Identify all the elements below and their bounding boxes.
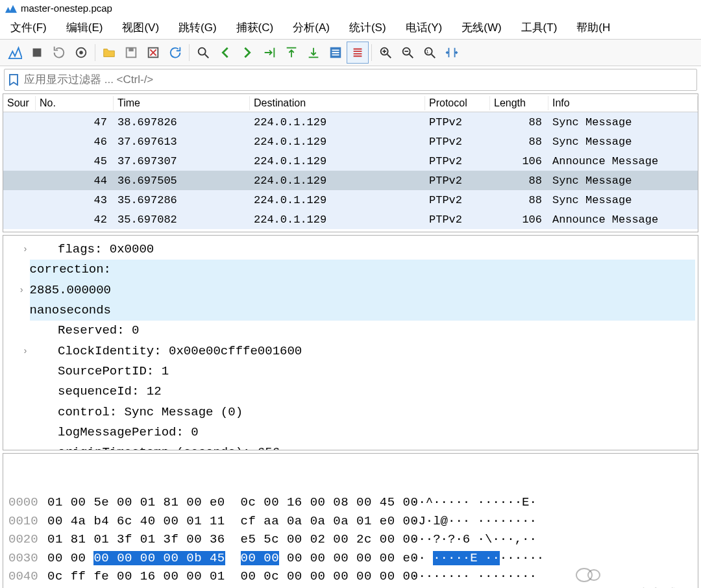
start-capture-icon[interactable] xyxy=(4,42,26,64)
hex-ascii: ··^····· ······E· xyxy=(385,493,537,512)
capture-options-icon[interactable] xyxy=(70,42,92,64)
hex-row[interactable]: 000001 00 5e 00 01 81 00 e0 0c 00 16 00 … xyxy=(8,493,693,512)
hex-offset: 0000 xyxy=(8,493,47,512)
packet-details-pane[interactable]: ›flags: 0x0000›correction: 2885.000000 n… xyxy=(3,235,698,450)
hex-bytes: 01 81 01 3f 01 3f 00 36 e5 5c 00 02 00 2… xyxy=(47,530,385,549)
close-file-icon[interactable] xyxy=(142,42,164,64)
packet-row[interactable]: 4235.697082224.0.1.129PTPv2106Announce M… xyxy=(3,210,698,229)
toolbar: 1 xyxy=(0,39,701,66)
save-file-icon[interactable] xyxy=(120,42,142,64)
zoom-reset-icon[interactable]: 1 xyxy=(419,42,441,64)
menu-stats[interactable]: 统计(S) xyxy=(349,20,386,35)
window-title: master-onestep.pcap xyxy=(21,3,112,14)
reload-icon[interactable] xyxy=(164,42,186,64)
go-to-packet-icon[interactable] xyxy=(258,42,280,64)
detail-line[interactable]: originTimestamp (seconds): 656 xyxy=(6,443,695,450)
menu-tools[interactable]: 工具(T) xyxy=(521,20,558,35)
go-forward-icon[interactable] xyxy=(236,42,258,64)
detail-line[interactable]: Reserved: 0 xyxy=(6,321,695,341)
find-icon[interactable] xyxy=(192,42,214,64)
packet-row[interactable]: 4537.697307224.0.1.129PTPv2106Announce M… xyxy=(3,151,698,171)
hex-ascii: ·····S·· xyxy=(385,586,478,589)
bookmark-icon[interactable] xyxy=(7,74,20,86)
hex-ascii: ········ ········ xyxy=(385,567,537,586)
display-filter-bar[interactable] xyxy=(4,69,697,91)
col-protocol[interactable]: Protocol xyxy=(425,96,490,110)
detail-line[interactable]: logMessagePeriod: 0 xyxy=(6,423,695,443)
resize-columns-icon[interactable] xyxy=(441,42,463,64)
col-no[interactable]: No. xyxy=(36,96,114,110)
hex-bytes: 0c ff fe 00 16 00 00 01 00 0c 00 00 00 0… xyxy=(47,567,385,586)
hex-offset: 0050 xyxy=(8,586,47,589)
menu-telephony[interactable]: 电话(Y) xyxy=(406,20,443,35)
expand-caret-icon[interactable]: › xyxy=(19,283,24,298)
col-time[interactable]: Time xyxy=(114,96,250,110)
hex-ascii: ·· ·····E ········ xyxy=(385,549,544,568)
menu-file[interactable]: 文件(F) xyxy=(10,20,47,35)
col-destination[interactable]: Destination xyxy=(250,96,425,110)
stop-capture-icon[interactable] xyxy=(26,42,48,64)
auto-scroll-icon[interactable] xyxy=(325,42,347,64)
open-file-icon[interactable] xyxy=(98,42,120,64)
menu-view[interactable]: 视图(V) xyxy=(122,20,159,35)
hex-offset: 0020 xyxy=(8,530,47,549)
hex-ascii: ·J·l@··· ········ xyxy=(385,512,537,531)
col-length[interactable]: Length xyxy=(490,96,548,110)
detail-line[interactable]: ›ClockIdentity: 0x00e00cfffe001600 xyxy=(6,341,695,361)
go-back-icon[interactable] xyxy=(214,42,236,64)
restart-capture-icon[interactable] xyxy=(48,42,70,64)
col-info[interactable]: Info xyxy=(548,96,698,110)
menu-help[interactable]: 帮助(H xyxy=(576,20,610,35)
packet-list-header[interactable]: Sour No. Time Destination Protocol Lengt… xyxy=(3,94,698,112)
menu-wireless[interactable]: 无线(W) xyxy=(461,20,501,35)
go-first-icon[interactable] xyxy=(280,42,302,64)
packet-row[interactable]: 4637.697613224.0.1.129PTPv288Sync Messag… xyxy=(3,132,698,151)
hex-offset: 0040 xyxy=(8,567,47,586)
svg-point-6 xyxy=(199,48,206,55)
detail-line[interactable]: sequenceId: 12 xyxy=(6,382,695,402)
menu-bar: 文件(F) 编辑(E) 视图(V) 跳转(G) 捕获(C) 分析(A) 统计(S… xyxy=(0,18,701,39)
hex-offset: 0010 xyxy=(8,512,47,531)
hex-bytes: 01 00 5e 00 01 81 00 e0 0c 00 16 00 08 0… xyxy=(47,493,385,512)
expand-caret-icon[interactable]: › xyxy=(19,242,32,257)
expand-caret-icon[interactable]: › xyxy=(19,344,32,359)
packet-bytes-pane[interactable]: 000001 00 5e 00 01 81 00 e0 0c 00 16 00 … xyxy=(3,453,698,588)
hex-bytes: 02 90 1d d8 1d 53 f4 ba xyxy=(47,586,385,589)
col-source[interactable]: Sour xyxy=(3,96,36,110)
hex-row[interactable]: 00400c ff fe 00 16 00 00 01 00 0c 00 00 … xyxy=(8,567,693,586)
hex-row[interactable]: 002001 81 01 3f 01 3f 00 36 e5 5c 00 02 … xyxy=(8,530,693,549)
hex-bytes: 00 4a b4 6c 40 00 01 11 cf aa 0a 0a 0a 0… xyxy=(47,512,385,531)
hex-row[interactable]: 003000 00 00 00 00 00 0b 45 00 00 00 00 … xyxy=(8,549,693,568)
title-bar: master-onestep.pcap xyxy=(0,0,701,18)
detail-line[interactable]: ›correction: 2885.000000 nanoseconds xyxy=(6,260,695,321)
packet-row[interactable]: 4738.697826224.0.1.129PTPv288Sync Messag… xyxy=(3,112,698,132)
menu-go[interactable]: 跳转(G) xyxy=(178,20,217,35)
hex-offset: 0030 xyxy=(8,549,47,568)
svg-text:1: 1 xyxy=(426,49,429,55)
hex-row[interactable]: 005002 90 1d d8 1d 53 f4 ba ·····S·· xyxy=(8,586,693,589)
wireshark-icon xyxy=(5,4,17,13)
svg-rect-4 xyxy=(129,48,133,52)
hex-ascii: ···?·?·6 ·\···,·· xyxy=(385,530,537,549)
display-filter-input[interactable] xyxy=(23,71,696,89)
detail-line[interactable]: ›flags: 0x0000 xyxy=(6,239,695,260)
hex-bytes: 00 00 00 00 00 00 0b 45 00 00 00 00 00 0… xyxy=(47,549,385,568)
zoom-in-icon[interactable] xyxy=(375,42,397,64)
svg-rect-0 xyxy=(33,49,42,57)
menu-capture[interactable]: 捕获(C) xyxy=(236,20,274,35)
menu-analyze[interactable]: 分析(A) xyxy=(293,20,330,35)
packet-row[interactable]: 4436.697505224.0.1.129PTPv288Sync Messag… xyxy=(3,171,698,190)
detail-line[interactable]: SourcePortID: 1 xyxy=(6,361,695,382)
packet-list-pane[interactable]: Sour No. Time Destination Protocol Lengt… xyxy=(3,93,698,232)
colorize-icon[interactable] xyxy=(347,42,369,64)
svg-point-2 xyxy=(79,51,83,55)
detail-line[interactable]: control: Sync Message (0) xyxy=(6,402,695,423)
packet-row[interactable]: 4335.697286224.0.1.129PTPv288Sync Messag… xyxy=(3,190,698,210)
go-last-icon[interactable] xyxy=(302,42,325,64)
zoom-out-icon[interactable] xyxy=(397,42,419,64)
hex-row[interactable]: 001000 4a b4 6c 40 00 01 11 cf aa 0a 0a … xyxy=(8,512,693,531)
menu-edit[interactable]: 编辑(E) xyxy=(66,20,103,35)
